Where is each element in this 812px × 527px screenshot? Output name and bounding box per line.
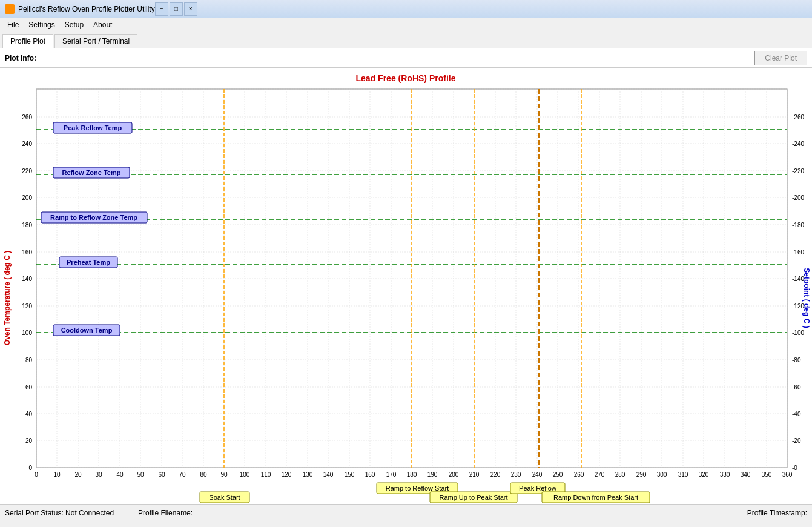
y-right-tick-160: -160 [792, 249, 804, 256]
x-tick-190: 190 [427, 471, 438, 478]
maximize-button[interactable]: □ [170, 2, 183, 16]
label-cooldown: Cooldown Temp [61, 326, 113, 334]
y-right-tick-240: -240 [792, 141, 804, 147]
x-tick-350: 350 [762, 471, 772, 478]
y-tick-140: 140 [22, 276, 32, 282]
y-right-tick-20: -20 [792, 437, 801, 444]
menu-file[interactable]: File [2, 19, 24, 30]
y-tick-160: 160 [22, 249, 32, 256]
window-controls: − □ × [155, 2, 197, 16]
status-bar: Serial Port Status: Not Connected Profil… [0, 504, 812, 521]
menubar: File Settings Setup About [0, 18, 812, 31]
y-right-tick-140: -140 [792, 276, 804, 282]
x-tick-150: 150 [345, 471, 355, 478]
x-tick-80: 80 [200, 471, 207, 478]
tab-serial-port[interactable]: Serial Port / Terminal [54, 34, 137, 48]
x-tick-230: 230 [511, 471, 521, 478]
x-tick-60: 60 [158, 471, 165, 478]
x-tick-200: 200 [449, 471, 459, 478]
label-reflow-zone: Reflow Zone Temp [62, 169, 121, 176]
x-tick-300: 300 [657, 471, 667, 478]
label-ramp-reflow-zone: Ramp to Reflow Zone Temp [50, 214, 137, 221]
x-tick-20: 20 [74, 471, 82, 478]
tab-profile-plot[interactable]: Profile Plot [2, 34, 53, 48]
x-tick-110: 110 [261, 471, 271, 478]
x-tick-100: 100 [240, 471, 250, 478]
x-tick-50: 50 [137, 471, 144, 478]
x-tick-340: 340 [741, 471, 751, 478]
y-tick-180: 180 [22, 222, 32, 228]
profile-filename: Profile Filename: [138, 509, 193, 517]
y-tick-200: 200 [22, 194, 32, 201]
y-tick-40: 40 [25, 411, 33, 417]
x-tick-130: 130 [303, 471, 313, 478]
titlebar: Pellicci's Reflow Oven Profile Plotter U… [0, 0, 812, 18]
x-tick-260: 260 [574, 471, 584, 478]
app-icon [5, 4, 15, 14]
label-soak-start: Soak Start [209, 494, 240, 501]
menu-setup[interactable]: Setup [60, 19, 88, 30]
y-right-tick-100: -100 [792, 330, 804, 336]
y-tick-80: 80 [25, 357, 33, 363]
y-tick-100: 100 [22, 330, 32, 336]
chart-svg: Lead Free (RoHS) Profile Oven Temperatur… [0, 68, 812, 504]
y-tick-60: 60 [25, 384, 33, 391]
label-preheat: Preheat Temp [67, 259, 110, 266]
plot-info-label: Plot Info: [5, 54, 36, 62]
close-button[interactable]: × [184, 2, 197, 16]
label-ramp-peak-start: Ramp Up to Peak Start [439, 494, 507, 501]
x-tick-320: 320 [699, 471, 709, 478]
y-right-tick-180: -180 [792, 222, 804, 228]
window-title: Pellicci's Reflow Oven Profile Plotter U… [18, 5, 155, 13]
x-tick-210: 210 [469, 471, 480, 478]
label-peak-reflow: Peak Reflow Temp [64, 124, 122, 131]
y-tick-0: 0 [28, 465, 32, 471]
tab-bar: Profile Plot Serial Port / Terminal [0, 31, 812, 48]
y-right-tick-80: -80 [792, 357, 801, 363]
serial-status: Serial Port Status: Not Connected [5, 509, 114, 517]
y-left-axis-label: Oven Temperature ( deg C ) [3, 251, 12, 345]
x-tick-250: 250 [553, 471, 563, 478]
x-tick-140: 140 [323, 471, 334, 478]
x-tick-280: 280 [615, 471, 626, 478]
y-right-tick-220: -220 [792, 168, 804, 174]
y-right-tick-40: -40 [792, 411, 801, 417]
profile-timestamp: Profile Timestamp: [747, 509, 807, 517]
y-tick-240: 240 [22, 141, 32, 147]
y-right-tick-120: -120 [792, 303, 804, 310]
x-tick-160: 160 [365, 471, 375, 478]
x-tick-70: 70 [179, 471, 186, 478]
x-tick-310: 310 [678, 471, 688, 478]
x-tick-0: 0 [35, 471, 38, 478]
y-tick-260: 260 [22, 114, 32, 121]
y-tick-120: 120 [22, 303, 32, 310]
chart-title: Lead Free (RoHS) Profile [356, 73, 456, 83]
menu-settings[interactable]: Settings [24, 19, 59, 30]
plot-info-bar: Plot Info: Clear Plot [0, 48, 812, 68]
x-tick-170: 170 [386, 471, 397, 478]
x-tick-10: 10 [53, 471, 61, 478]
y-right-tick-260: -260 [792, 114, 804, 121]
x-tick-330: 330 [720, 471, 730, 478]
x-tick-270: 270 [595, 471, 605, 478]
x-tick-290: 290 [636, 471, 647, 478]
x-tick-220: 220 [490, 471, 501, 478]
x-tick-40: 40 [116, 471, 124, 478]
x-tick-120: 120 [282, 471, 292, 478]
y-tick-220: 220 [22, 168, 32, 174]
menu-about[interactable]: About [88, 19, 117, 30]
chart-area: Lead Free (RoHS) Profile Oven Temperatur… [0, 68, 812, 504]
x-tick-240: 240 [532, 471, 543, 478]
label-peak-reflow-phase: Peak Reflow [519, 485, 556, 492]
y-tick-20: 20 [25, 437, 33, 444]
y-right-tick-60: -60 [792, 384, 801, 391]
label-ramp-down: Ramp Down from Peak Start [553, 494, 638, 501]
y-right-tick-0: -0 [792, 465, 797, 471]
x-tick-360: 360 [782, 471, 793, 478]
label-ramp-reflow-start: Ramp to Reflow Start [386, 485, 449, 492]
minimize-button[interactable]: − [155, 2, 168, 16]
x-tick-30: 30 [95, 471, 102, 478]
x-tick-180: 180 [407, 471, 417, 478]
y-right-tick-200: -200 [792, 194, 804, 201]
clear-plot-button[interactable]: Clear Plot [754, 51, 807, 65]
